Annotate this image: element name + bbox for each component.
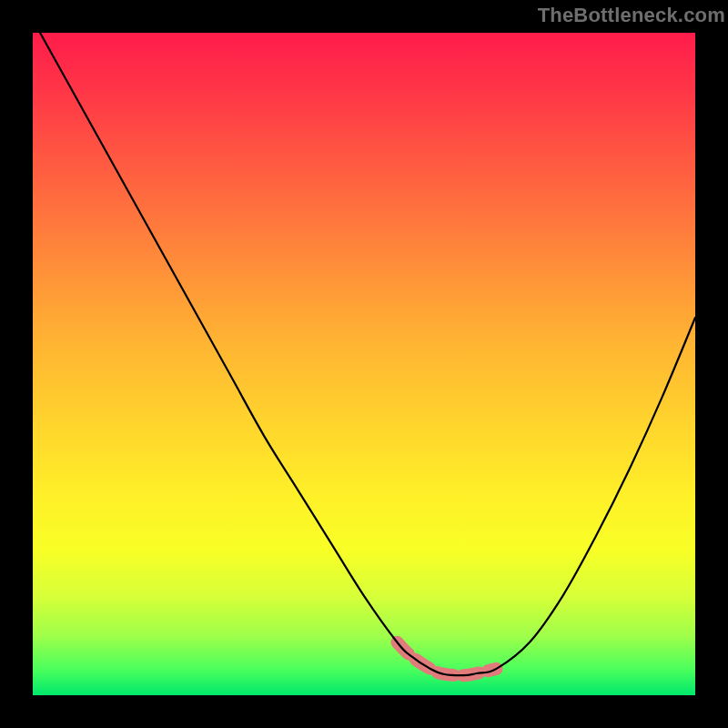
plot-area: [33, 33, 695, 695]
curve-layer: [33, 33, 695, 695]
highlight-band-fill: [397, 642, 496, 675]
bottleneck-curve-path: [33, 33, 695, 675]
watermark-label: TheBottleneck.com: [538, 4, 725, 27]
chart-frame: TheBottleneck.com: [0, 0, 728, 728]
